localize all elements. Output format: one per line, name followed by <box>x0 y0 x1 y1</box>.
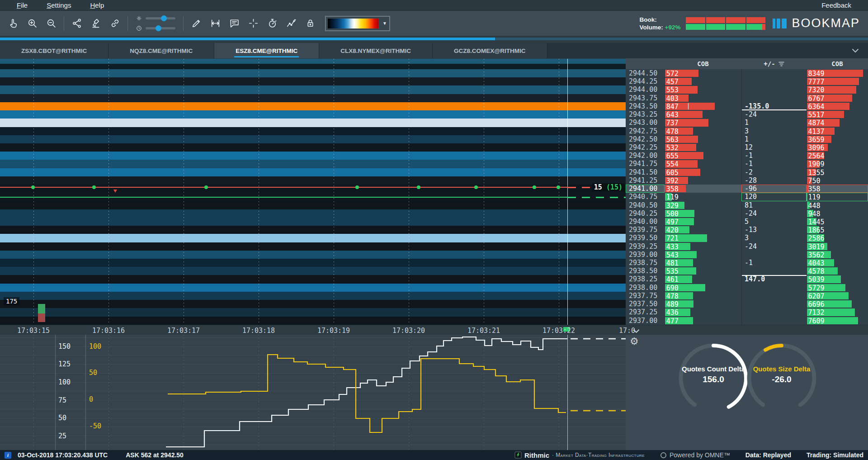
ladder-row[interactable]: 2937.004777609 <box>626 317 868 325</box>
cob-cell[interactable]: 572 <box>665 69 741 77</box>
tab-gcz8-comex-rithmic[interactable]: GCZ8.COMEX@RITHMIC <box>433 43 547 58</box>
cum-cell[interactable]: 3659 <box>807 135 868 143</box>
price-cell[interactable]: 2943.00 <box>626 119 665 127</box>
cob-cell[interactable]: 497 <box>665 218 741 226</box>
ladder-row[interactable]: 2942.00655-12564 <box>626 152 868 160</box>
delta-cell[interactable]: -135.0 <box>741 102 806 110</box>
cob-cell[interactable]: 554 <box>665 160 741 168</box>
ladder-row[interactable]: 2941.50605-21355 <box>626 168 868 176</box>
cum-cell[interactable]: 8349 <box>807 69 868 77</box>
cob-cell[interactable]: 481 <box>665 259 741 267</box>
menu-item-help[interactable]: Help <box>80 1 113 9</box>
cum-cell[interactable]: 119 <box>807 193 868 201</box>
price-cell[interactable]: 2938.25 <box>626 275 665 283</box>
tab-zsx8-cbot-rithmic[interactable]: ZSX8.CBOT@RITHMIC <box>0 43 108 58</box>
delta-cell[interactable]: -1 <box>741 160 806 168</box>
price-cell[interactable]: 2938.75 <box>626 259 665 267</box>
ladder-row[interactable]: 2939.5072132586 <box>626 234 868 242</box>
draw-button[interactable] <box>187 13 206 34</box>
cob-cell[interactable]: 553 <box>665 85 741 94</box>
cob-cell[interactable]: 329 <box>665 201 741 209</box>
ladder-row[interactable]: 2941.00358-96358 <box>626 185 868 193</box>
price-cell[interactable]: 2944.50 <box>626 69 665 77</box>
indicator-chart[interactable]: 150125100755025100500-50 <box>0 335 626 450</box>
cob-cell[interactable]: 847 <box>665 102 741 110</box>
delta-cell[interactable] <box>741 284 806 292</box>
delta-cell[interactable] <box>741 317 806 325</box>
brightness-slider-knob[interactable] <box>161 15 167 21</box>
cum-cell[interactable]: 3562 <box>807 251 868 259</box>
price-cell[interactable]: 2944.25 <box>626 77 665 85</box>
price-cell[interactable]: 2937.50 <box>626 300 665 308</box>
delta-cell[interactable]: -1 <box>741 152 806 160</box>
delta-cell[interactable]: 147.0 <box>741 275 806 283</box>
timer-button[interactable] <box>263 13 282 34</box>
tab-nqz8-cme-rithmic[interactable]: NQZ8.CME@RITHMIC <box>108 43 214 58</box>
delta-column-header[interactable]: +/- <box>741 60 807 67</box>
cum-cell[interactable]: 7132 <box>807 308 868 316</box>
ladder-row[interactable]: 2938.505354578 <box>626 267 868 275</box>
delta-cell[interactable]: 1 <box>741 135 806 143</box>
ladder-row[interactable]: 2940.25500-24948 <box>626 209 868 218</box>
cob-cell[interactable]: 433 <box>665 242 741 251</box>
cob-cell[interactable]: 563 <box>665 135 741 143</box>
price-cell[interactable]: 2937.25 <box>626 308 665 316</box>
ladder-row[interactable]: 2940.0049751445 <box>626 218 868 226</box>
price-cell[interactable]: 2940.50 <box>626 201 665 209</box>
cum-cell[interactable]: 7777 <box>807 77 868 85</box>
cum-cell[interactable]: 2586 <box>807 234 868 242</box>
price-cell[interactable]: 2937.75 <box>626 292 665 300</box>
cob-cell[interactable]: 643 <box>665 110 741 119</box>
price-cell[interactable]: 2938.50 <box>626 267 665 275</box>
analyze-button[interactable] <box>86 13 105 34</box>
crosshair-button[interactable] <box>244 13 263 34</box>
delta-cell[interactable]: 12 <box>741 143 806 152</box>
price-cell[interactable]: 2937.00 <box>626 317 665 325</box>
ladder-row[interactable]: 2943.754036767 <box>626 94 868 102</box>
cob-cell[interactable]: 500 <box>665 209 741 218</box>
ladder-row[interactable]: 2939.005433562 <box>626 251 868 259</box>
cum-cell[interactable]: 4874 <box>807 119 868 127</box>
cob-cell[interactable]: 119 <box>665 193 741 201</box>
price-cell[interactable]: 2941.25 <box>626 176 665 185</box>
price-cell[interactable]: 2939.50 <box>626 234 665 242</box>
delta-cell[interactable]: 120 <box>741 193 806 201</box>
colormap-select[interactable]: ▼ <box>325 16 390 31</box>
cum-cell[interactable]: 5729 <box>807 284 868 292</box>
ladder-row[interactable]: 2937.754786207 <box>626 292 868 300</box>
delta-cell[interactable]: 5 <box>741 218 806 226</box>
cob-cell[interactable]: 532 <box>665 143 741 152</box>
ladder-row[interactable]: 2942.7547834137 <box>626 127 868 135</box>
cum-cell[interactable]: 5517 <box>807 110 868 119</box>
brightness-slider[interactable] <box>146 17 175 19</box>
cob-cell[interactable]: 655 <box>665 152 741 160</box>
cum-cell[interactable]: 5039 <box>807 275 868 283</box>
price-cell[interactable]: 2940.75 <box>626 193 665 201</box>
cum-cell[interactable]: 750 <box>807 176 868 185</box>
cob-cell[interactable]: 420 <box>665 226 741 234</box>
menu-item-settings[interactable]: Settings <box>37 1 80 9</box>
cum-cell[interactable]: 1355 <box>807 168 868 176</box>
note-button[interactable] <box>225 13 244 34</box>
cum-cell[interactable]: 4043 <box>807 259 868 267</box>
ladder-row[interactable]: 2942.5056313659 <box>626 135 868 143</box>
ladder-row[interactable]: 2940.5032981448 <box>626 201 868 209</box>
ladder-row[interactable]: 2938.25461147.05039 <box>626 275 868 283</box>
cum-cell[interactable]: 3019 <box>807 242 868 251</box>
delta-cell[interactable] <box>741 85 806 94</box>
cob-cell[interactable]: 690 <box>665 284 741 292</box>
delta-cell[interactable] <box>741 69 806 77</box>
price-cell[interactable]: 2943.75 <box>626 94 665 102</box>
price-cell[interactable]: 2942.75 <box>626 127 665 135</box>
price-cell[interactable]: 2938.00 <box>626 284 665 292</box>
ladder-row[interactable]: 2942.25532123096 <box>626 143 868 152</box>
cob-cell[interactable]: 721 <box>665 234 741 242</box>
cum-cell[interactable]: 1909 <box>807 160 868 168</box>
pulse-button[interactable] <box>282 13 301 34</box>
price-cell[interactable]: 2939.00 <box>626 251 665 259</box>
cum-cell[interactable]: 6364 <box>807 102 868 110</box>
cum-cell[interactable]: 948 <box>807 209 868 218</box>
price-cell[interactable]: 2941.50 <box>626 168 665 176</box>
tab-esz8-cme-rithmic[interactable]: ESZ8.CME@RITHMIC <box>214 43 319 58</box>
menu-feedback[interactable]: Feedback <box>812 1 861 9</box>
